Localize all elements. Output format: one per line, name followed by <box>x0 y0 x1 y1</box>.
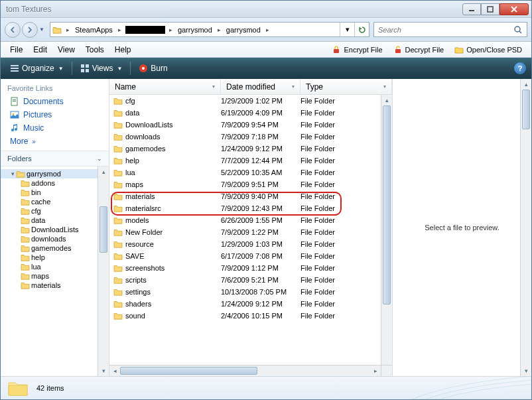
tree-item[interactable]: cfg <box>1 206 109 216</box>
chevron-right-icon[interactable]: ▸ <box>64 27 72 33</box>
file-row[interactable]: New Folder7/9/2009 1:22 PMFile Folder <box>109 226 392 238</box>
tree-item[interactable]: ▾garrysmod <box>1 169 109 178</box>
file-date: 1/29/2009 1:02 PM <box>221 97 300 105</box>
scroll-down-icon[interactable]: ▾ <box>521 366 531 376</box>
scroll-thumb[interactable] <box>383 105 391 304</box>
list-scrollbar-h[interactable]: ◂ ▸ <box>109 365 381 376</box>
tree-item[interactable]: bin <box>1 188 109 197</box>
chevron-right-icon[interactable]: ▸ <box>263 27 272 33</box>
file-row[interactable]: downloads7/9/2009 7:18 PMFile Folder <box>109 131 392 143</box>
help-button[interactable]: ? <box>514 62 526 74</box>
organize-button[interactable]: Organize ▼ <box>6 62 68 75</box>
refresh-button[interactable] <box>354 23 369 36</box>
tree-item[interactable]: lua <box>1 262 109 271</box>
tree-item[interactable]: data <box>1 216 109 225</box>
psd-button[interactable]: Open/Close PSD <box>449 44 527 56</box>
sort-dropdown-icon[interactable]: ▾ <box>212 84 215 90</box>
file-row[interactable]: materialsrc7/9/2009 12:43 PMFile Folder <box>109 202 392 214</box>
titlebar[interactable]: tom Textures <box>1 1 531 18</box>
scroll-thumb[interactable] <box>100 206 107 253</box>
file-row[interactable]: screenshots7/9/2009 1:12 PMFile Folder <box>109 262 392 274</box>
sort-dropdown-icon[interactable]: ▾ <box>383 84 386 90</box>
menu-edit[interactable]: Edit <box>28 43 52 56</box>
scroll-thumb[interactable] <box>120 367 257 375</box>
folders-header[interactable]: Folders ⌄ <box>1 151 109 167</box>
tree-item[interactable]: DownloadLists <box>1 225 109 234</box>
history-dropdown-icon[interactable]: ▼ <box>39 27 46 33</box>
file-row[interactable]: materials7/9/2009 9:40 PMFile Folder <box>109 190 392 202</box>
scroll-thumb[interactable] <box>522 90 530 129</box>
minimize-button[interactable] <box>462 3 481 15</box>
maximize-button[interactable] <box>481 3 499 15</box>
folder-tree[interactable]: ▾garrysmod addonsbincachecfgdataDownload… <box>1 167 109 376</box>
tree-item[interactable]: cache <box>1 197 109 206</box>
list-scrollbar[interactable]: ▴ ▾ <box>381 95 392 376</box>
file-row[interactable]: shaders1/24/2009 9:12 PMFile Folder <box>109 298 392 310</box>
favorite-pictures[interactable]: Pictures <box>1 108 109 121</box>
favorite-documents[interactable]: Documents <box>1 95 109 108</box>
tree-item[interactable]: downloads <box>1 234 109 243</box>
scroll-down-icon[interactable]: ▾ <box>98 366 109 376</box>
menu-view[interactable]: View <box>52 43 80 56</box>
tree-item[interactable]: help <box>1 253 109 262</box>
scroll-up-icon[interactable]: ▴ <box>98 167 109 177</box>
tree-scrollbar[interactable]: ▴ ▾ <box>98 167 109 376</box>
file-row[interactable]: sound2/4/2006 10:15 PMFile Folder <box>109 310 392 322</box>
breadcrumb-redacted[interactable] <box>125 26 165 34</box>
menu-tools[interactable]: Tools <box>80 43 109 56</box>
tree-item[interactable]: addons <box>1 178 109 188</box>
scroll-right-icon[interactable]: ▸ <box>370 366 381 376</box>
breadcrumb[interactable]: ▸ SteamApps ▸ ▸ garrysmod ▸ garrysmod ▸ … <box>50 22 369 37</box>
file-type: File Folder <box>300 264 392 272</box>
tree-item[interactable]: materials <box>1 281 109 290</box>
breadcrumb-segment[interactable]: SteamApps <box>72 23 115 36</box>
file-row[interactable]: cfg1/29/2009 1:02 PMFile Folder <box>109 95 392 107</box>
search-input[interactable] <box>378 26 513 34</box>
back-button[interactable] <box>5 22 21 38</box>
preview-scrollbar[interactable]: ▴ ▾ <box>520 79 531 376</box>
file-type: File Folder <box>300 168 392 176</box>
file-row[interactable]: gamemodes1/24/2009 9:12 PMFile Folder <box>109 143 392 155</box>
menu-file[interactable]: File <box>5 43 28 56</box>
favorite-more[interactable]: More » <box>1 135 109 148</box>
chevron-right-icon[interactable]: ▸ <box>115 27 124 33</box>
expand-icon[interactable]: ▾ <box>11 170 15 177</box>
breadcrumb-segment[interactable]: garrysmod <box>175 23 215 36</box>
close-button[interactable] <box>499 3 529 15</box>
search-box[interactable] <box>373 22 527 37</box>
file-list[interactable]: cfg1/29/2009 1:02 PMFile Folderdata6/19/… <box>109 95 392 376</box>
file-row[interactable]: help7/7/2009 12:44 PMFile Folder <box>109 155 392 167</box>
views-button[interactable]: Views ▼ <box>76 62 127 75</box>
file-row[interactable]: models6/26/2009 1:55 PMFile Folder <box>109 214 392 226</box>
column-type[interactable]: Type▾ <box>300 79 392 94</box>
scroll-up-icon[interactable]: ▴ <box>381 95 392 105</box>
search-icon[interactable] <box>513 25 523 34</box>
column-name[interactable]: Name▾ <box>109 79 221 94</box>
file-row[interactable]: data6/19/2009 4:09 PMFile Folder <box>109 107 392 119</box>
file-date: 6/17/2009 7:08 PM <box>221 252 300 260</box>
column-date[interactable]: Date modified▾ <box>221 79 300 94</box>
file-row[interactable]: DownloadLists7/9/2009 9:54 PMFile Folder <box>109 119 392 131</box>
scroll-up-icon[interactable]: ▴ <box>521 79 531 90</box>
favorite-music[interactable]: Music <box>1 121 109 135</box>
file-row[interactable]: resource1/29/2009 1:03 PMFile Folder <box>109 238 392 250</box>
menu-help[interactable]: Help <box>109 43 137 56</box>
breadcrumb-dropdown[interactable]: ▾ <box>340 23 354 36</box>
sort-dropdown-icon[interactable]: ▾ <box>292 84 295 90</box>
forward-button[interactable] <box>22 22 38 38</box>
file-row[interactable]: maps7/9/2009 9:51 PMFile Folder <box>109 178 392 190</box>
file-row[interactable]: lua5/2/2009 10:35 AMFile Folder <box>109 167 392 178</box>
chevron-right-icon[interactable]: ▸ <box>166 27 175 33</box>
tree-item[interactable]: gamemodes <box>1 243 109 253</box>
scroll-left-icon[interactable]: ◂ <box>109 366 120 376</box>
decrypt-button[interactable]: Decrypt File <box>388 44 450 56</box>
encrypt-button[interactable]: Encrypt File <box>326 44 387 56</box>
file-row[interactable]: SAVE6/17/2009 7:08 PMFile Folder <box>109 250 392 262</box>
file-row[interactable]: settings10/13/2008 7:05 PMFile Folder <box>109 286 392 298</box>
tree-item[interactable]: maps <box>1 271 109 281</box>
lock-closed-icon <box>332 45 341 54</box>
breadcrumb-segment[interactable]: garrysmod <box>224 23 263 36</box>
chevron-right-icon[interactable]: ▸ <box>215 27 224 33</box>
burn-button[interactable]: Burn <box>135 62 171 75</box>
file-row[interactable]: scripts7/6/2009 5:21 PMFile Folder <box>109 274 392 286</box>
